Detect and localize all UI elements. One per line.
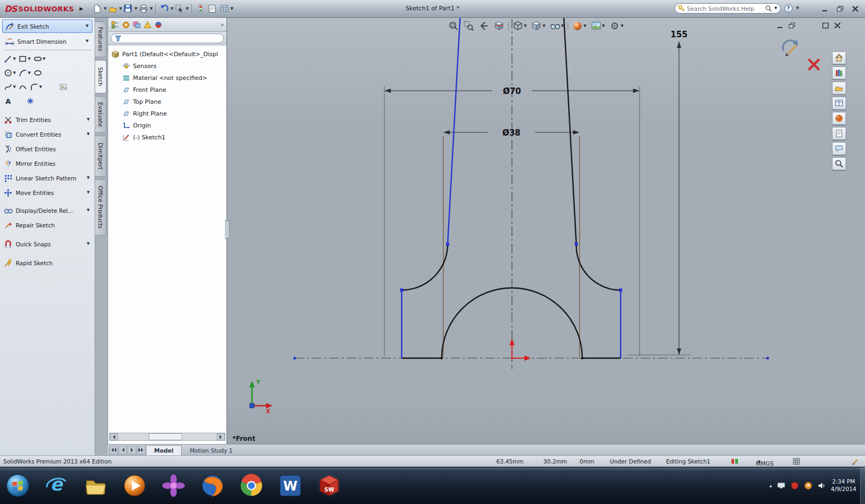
zoom-fit-icon[interactable] [448, 20, 460, 32]
dimxpertmanager-icon[interactable] [143, 21, 152, 29]
sketch-canvas[interactable]: Ø70 Ø38 155 [227, 18, 865, 444]
toolbar-overflow-chevron[interactable]: » [221, 22, 224, 28]
tab-model[interactable]: Model [146, 445, 182, 455]
confirm-sketch-button[interactable] [780, 37, 801, 59]
tree-item-top-plane[interactable]: Top Plane [108, 96, 227, 107]
previous-view-icon[interactable] [478, 20, 490, 32]
trim-entities-button[interactable]: Trim Entities ▼ [0, 112, 95, 127]
tray-display-icon[interactable] [777, 481, 786, 490]
open-document-caret[interactable]: ▼ [119, 7, 122, 11]
edit-appearance-icon[interactable]: ▼ [571, 20, 587, 32]
rebuild-icon[interactable] [195, 3, 206, 15]
spline-tool-caret[interactable]: ▼ [13, 85, 16, 89]
select-caret[interactable]: ▼ [186, 7, 189, 11]
doc-minimize-icon[interactable] [775, 22, 785, 30]
taskpane-design-library-icon[interactable] [832, 66, 846, 79]
displaymanager-icon[interactable] [154, 21, 163, 29]
open-document-icon[interactable] [107, 3, 118, 15]
dimension-inner-diameter-text[interactable]: Ø38 [502, 128, 521, 138]
unit-system-caret[interactable]: ▼ [757, 460, 760, 464]
convert-entities-caret[interactable]: ▼ [87, 132, 90, 136]
linear-sketch-pattern-caret[interactable]: ▼ [87, 176, 90, 180]
circle-tool-caret[interactable]: ▼ [13, 71, 16, 75]
text-tool-icon[interactable]: A [4, 97, 12, 105]
taskbar-internet-explorer-icon[interactable]: e [44, 473, 69, 498]
tree-filter-box[interactable] [111, 33, 224, 43]
taskbar-word-icon[interactable]: W [278, 473, 303, 498]
search-scope-caret[interactable]: ▼ [774, 6, 777, 10]
tab-scroll-first-icon[interactable] [109, 446, 118, 454]
help-caret[interactable]: ▼ [796, 6, 799, 10]
sketch-origin[interactable] [509, 339, 531, 361]
arc-tool-caret[interactable]: ▼ [28, 71, 30, 75]
taskpane-search-icon[interactable] [832, 157, 846, 170]
smart-dimension-button[interactable]: Smart Dimension ▼ [2, 35, 92, 48]
repair-sketch-button[interactable]: Repair Sketch [0, 218, 95, 232]
sketch-arc-left[interactable] [402, 244, 448, 290]
save-icon[interactable] [123, 3, 134, 15]
taskbar-file-explorer-icon[interactable] [83, 473, 108, 498]
circle-tool-icon[interactable] [4, 69, 12, 77]
offset-entities-button[interactable]: Offset Entities [0, 142, 95, 156]
taskbar-media-player-icon[interactable] [122, 473, 147, 498]
line-tool-caret[interactable]: ▼ [13, 57, 16, 61]
taskbar-chrome-icon[interactable] [239, 473, 264, 498]
file-properties-icon[interactable] [207, 3, 218, 15]
help-icon[interactable]: ? [784, 4, 793, 12]
taskbar-firefox-icon[interactable] [200, 473, 225, 498]
quick-snaps-button[interactable]: Quick Snaps ▼ [0, 237, 95, 251]
rectangle-tool-icon[interactable] [18, 55, 27, 63]
section-view-icon[interactable] [493, 20, 505, 32]
tray-update-icon[interactable] [804, 481, 813, 490]
tree-item-right-plane[interactable]: Right Plane [108, 107, 227, 119]
tray-expand-icon[interactable]: ▴ [769, 483, 772, 488]
dimension-height-text[interactable]: 155 [670, 30, 687, 39]
sketch-arc-right[interactable] [576, 244, 621, 290]
mirror-entities-button[interactable]: Mirror Entities [0, 156, 95, 171]
exit-sketch-caret[interactable]: ▼ [86, 24, 89, 28]
save-caret[interactable]: ▼ [135, 7, 137, 11]
options-caret[interactable]: ▼ [230, 7, 233, 11]
tab-motion-study-1[interactable]: Motion Study 1 [182, 445, 240, 455]
tree-item-sketch1[interactable]: (-) Sketch1 [108, 131, 227, 143]
tree-item-origin[interactable]: Origin [108, 119, 227, 131]
rectangle-tool-caret[interactable]: ▼ [28, 57, 30, 61]
tab-features[interactable]: Features [95, 22, 107, 57]
window-close-icon[interactable] [850, 4, 861, 13]
tree-item-sensors[interactable]: Sensors [108, 60, 227, 72]
tags-icon[interactable] [793, 458, 800, 465]
display-style-icon[interactable]: ▼ [530, 20, 545, 32]
print-caret[interactable]: ▼ [150, 7, 152, 11]
slot-tool-caret[interactable]: ▼ [43, 57, 45, 61]
tree-filter-input[interactable] [124, 36, 220, 42]
quick-snaps-caret[interactable]: ▼ [87, 242, 90, 246]
tab-evaluate[interactable]: Evaluate [95, 96, 107, 133]
new-document-caret[interactable]: ▼ [104, 7, 107, 11]
exit-sketch-button[interactable]: Exit Sketch ▼ [2, 19, 92, 33]
scroll-right-icon[interactable] [217, 433, 225, 440]
unit-system-selector[interactable]: MMGS ▼ [756, 458, 757, 465]
view-settings-icon[interactable]: ▼ [609, 20, 624, 32]
display-delete-relations-button[interactable]: Display/Delete Rel... ▼ [0, 203, 95, 218]
tab-scroll-last-icon[interactable] [137, 446, 145, 454]
smart-dimension-caret[interactable]: ▼ [86, 39, 89, 43]
hide-show-items-icon[interactable]: ▼ [549, 20, 564, 32]
doc-close-icon[interactable] [833, 22, 842, 30]
taskbar-clock[interactable]: 2:34 PM 4/9/2014 [831, 478, 856, 493]
window-minimize-icon[interactable] [820, 4, 830, 13]
move-entities-button[interactable]: Move Entities ▼ [0, 185, 95, 200]
doc-maximize-icon[interactable] [821, 22, 830, 30]
graphics-viewport[interactable]: Ø70 Ø38 155 ▼ [227, 18, 865, 444]
tab-scroll-next-icon[interactable] [128, 446, 136, 454]
display-delete-relations-caret[interactable]: ▼ [87, 209, 90, 212]
panel-splitter[interactable] [225, 220, 230, 239]
taskpane-file-explorer-icon[interactable] [832, 82, 846, 95]
scroll-left-icon[interactable] [110, 433, 118, 440]
undo-icon[interactable] [158, 3, 170, 15]
taskpane-view-palette-icon[interactable] [832, 97, 846, 110]
apply-scene-icon[interactable]: ▼ [590, 20, 606, 32]
convert-entities-button[interactable]: Convert Entities ▼ [0, 127, 95, 142]
tray-volume-icon[interactable] [817, 481, 826, 490]
spline-tool-icon[interactable] [4, 83, 12, 91]
search-icon[interactable] [765, 5, 772, 12]
